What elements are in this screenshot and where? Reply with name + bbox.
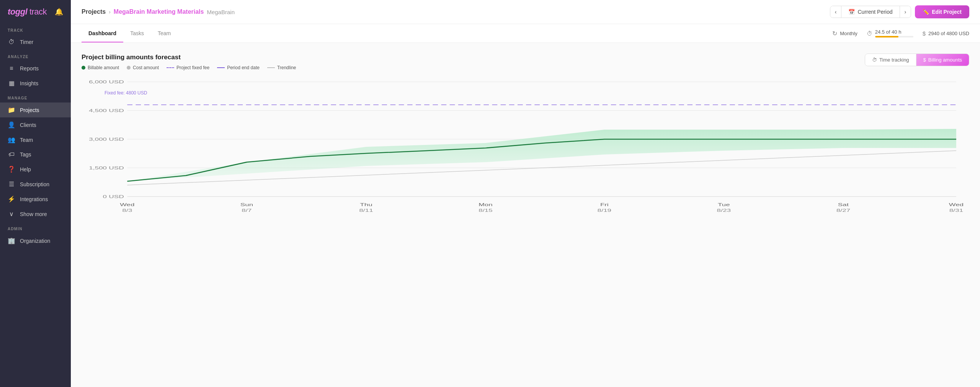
sidebar-item-organization[interactable]: 🏢 Organization bbox=[0, 233, 71, 248]
tags-icon: 🏷 bbox=[8, 151, 15, 158]
chart-title: Project billing amounts forecast bbox=[82, 54, 296, 61]
svg-text:8/7: 8/7 bbox=[242, 208, 252, 213]
sidebar-item-projects[interactable]: 📁 Projects bbox=[0, 102, 71, 117]
logo-toggl: toggl bbox=[8, 7, 27, 16]
svg-text:8/3: 8/3 bbox=[122, 208, 132, 213]
dollar-small-icon: $ bbox=[923, 57, 926, 63]
topbar: Projects › MegaBrain Marketing Materials… bbox=[71, 0, 980, 24]
period-prev-button[interactable]: ‹ bbox=[830, 6, 842, 18]
legend-fixed-fee: Project fixed fee bbox=[167, 65, 209, 70]
svg-text:Sat: Sat bbox=[838, 202, 849, 207]
svg-text:0 USD: 0 USD bbox=[103, 194, 124, 199]
legend-period-end: Period end date bbox=[217, 65, 260, 70]
main-content: Projects › MegaBrain Marketing Materials… bbox=[71, 0, 980, 387]
svg-text:3,000 USD: 3,000 USD bbox=[89, 137, 124, 141]
projects-icon: 📁 bbox=[8, 106, 15, 114]
time-stat: ⏱ 24.5 of 40 h bbox=[867, 29, 913, 37]
sidebar-item-insights[interactable]: ▦ Insights bbox=[0, 76, 71, 91]
breadcrumb-root: Projects bbox=[82, 8, 106, 15]
toggle-billing-amounts-label: Billing amounts bbox=[928, 57, 962, 63]
chevron-down-icon: ∨ bbox=[8, 210, 15, 218]
svg-text:8/23: 8/23 bbox=[717, 208, 731, 213]
sidebar-item-help[interactable]: ❓ Help bbox=[0, 162, 71, 177]
svg-text:Fri: Fri bbox=[600, 202, 609, 207]
sidebar-item-clients[interactable]: 👤 Clients bbox=[0, 117, 71, 132]
edit-icon: ✏️ bbox=[923, 9, 929, 15]
integrations-icon: ⚡ bbox=[8, 195, 15, 203]
insights-icon: ▦ bbox=[8, 80, 15, 87]
svg-text:8/19: 8/19 bbox=[598, 208, 611, 213]
tab-tasks[interactable]: Tasks bbox=[123, 24, 151, 42]
sidebar-item-timer[interactable]: ⏱ Timer bbox=[0, 35, 71, 49]
svg-text:8/31: 8/31 bbox=[949, 208, 963, 213]
sidebar-item-reports[interactable]: ≡ Reports bbox=[0, 61, 71, 76]
sidebar-item-team[interactable]: 👥 Team bbox=[0, 132, 71, 147]
logo-text: toggl track bbox=[8, 7, 47, 17]
legend-period-end-icon bbox=[217, 67, 225, 68]
edit-project-button[interactable]: ✏️ Edit Project bbox=[915, 5, 969, 18]
period-nav: ‹ 📅 Current Period › bbox=[830, 6, 911, 18]
legend-billable: Billable amount bbox=[82, 65, 119, 70]
chart-header: Project billing amounts forecast Billabl… bbox=[82, 54, 969, 70]
sidebar-item-integrations[interactable]: ⚡ Integrations bbox=[0, 192, 71, 207]
toggle-time-tracking-button[interactable]: ⏱ Time tracking bbox=[865, 54, 916, 66]
clock-icon: ⏱ bbox=[867, 30, 872, 37]
sidebar-item-tags[interactable]: 🏷 Tags bbox=[0, 147, 71, 162]
tab-dashboard[interactable]: Dashboard bbox=[82, 24, 123, 42]
svg-text:8/27: 8/27 bbox=[836, 208, 850, 213]
breadcrumb-separator: › bbox=[109, 9, 111, 15]
time-stat-value: 24.5 of 40 h bbox=[875, 29, 913, 35]
sidebar-item-subscription-label: Subscription bbox=[20, 181, 49, 187]
svg-text:Sun: Sun bbox=[240, 202, 253, 207]
legend-trendline-icon bbox=[267, 67, 275, 68]
sidebar-item-projects-label: Projects bbox=[20, 107, 39, 113]
legend-fixed-fee-icon bbox=[167, 67, 174, 68]
reports-icon: ≡ bbox=[8, 65, 15, 72]
svg-text:Wed: Wed bbox=[949, 202, 964, 207]
legend-cost-icon bbox=[127, 66, 131, 70]
subnav: Dashboard Tasks Team ↻ Monthly ⏱ 24.5 of… bbox=[71, 24, 980, 43]
billing-chart: 6,000 USD 4,500 USD 3,000 USD 1,500 USD … bbox=[82, 74, 969, 235]
refresh-icon: ↻ bbox=[832, 30, 837, 37]
sidebar-item-subscription[interactable]: ☰ Subscription bbox=[0, 177, 71, 192]
sidebar-item-team-label: Team bbox=[20, 137, 33, 143]
breadcrumb-project[interactable]: MegaBrain Marketing Materials bbox=[114, 8, 204, 15]
section-admin-label: ADMIN bbox=[0, 221, 71, 233]
sidebar-item-show-more[interactable]: ∨ Show more bbox=[0, 207, 71, 221]
chart-area: Project billing amounts forecast Billabl… bbox=[71, 43, 980, 387]
edit-project-button-label: Edit Project bbox=[932, 9, 962, 15]
notification-bell-icon[interactable]: 🔔 bbox=[55, 8, 63, 16]
chart-left: Project billing amounts forecast Billabl… bbox=[82, 54, 296, 70]
dollar-icon: $ bbox=[923, 30, 926, 37]
chart-legend: Billable amount Cost amount Project fixe… bbox=[82, 65, 296, 70]
billing-stat-value: 2940 of 4800 USD bbox=[928, 31, 969, 36]
legend-billable-icon bbox=[82, 66, 85, 70]
period-label-text: Current Period bbox=[858, 9, 892, 15]
team-icon: 👥 bbox=[8, 136, 15, 143]
subscription-icon: ☰ bbox=[8, 180, 15, 188]
calendar-icon: 📅 bbox=[848, 9, 855, 15]
sidebar-item-insights-label: Insights bbox=[20, 80, 38, 86]
svg-text:Wed: Wed bbox=[120, 202, 134, 207]
legend-cost-label: Cost amount bbox=[133, 65, 159, 70]
svg-text:6,000 USD: 6,000 USD bbox=[89, 80, 124, 84]
section-manage-label: MANAGE bbox=[0, 91, 71, 102]
time-progress-bar-bg bbox=[875, 36, 913, 37]
sidebar-logo: toggl track 🔔 bbox=[0, 0, 71, 23]
topbar-actions: ‹ 📅 Current Period › ✏️ Edit Project bbox=[830, 5, 969, 18]
toggle-time-tracking-label: Time tracking bbox=[879, 57, 909, 63]
svg-text:4,500 USD: 4,500 USD bbox=[89, 108, 124, 113]
legend-trendline-label: Trendline bbox=[277, 65, 296, 70]
sidebar-item-tags-label: Tags bbox=[20, 151, 31, 158]
monthly-toggle[interactable]: ↻ Monthly bbox=[832, 30, 858, 37]
chart-toggle-group: ⏱ Time tracking $ Billing amounts bbox=[865, 54, 969, 66]
tab-team[interactable]: Team bbox=[151, 24, 178, 42]
period-label: 📅 Current Period bbox=[841, 6, 899, 18]
period-next-button[interactable]: › bbox=[900, 6, 911, 18]
sidebar-item-organization-label: Organization bbox=[20, 238, 50, 244]
organization-icon: 🏢 bbox=[8, 237, 15, 244]
toggle-billing-amounts-button[interactable]: $ Billing amounts bbox=[916, 54, 969, 66]
monthly-label: Monthly bbox=[840, 31, 858, 36]
breadcrumb: Projects › MegaBrain Marketing Materials… bbox=[82, 8, 235, 15]
section-analyze-label: ANALYZE bbox=[0, 49, 71, 61]
